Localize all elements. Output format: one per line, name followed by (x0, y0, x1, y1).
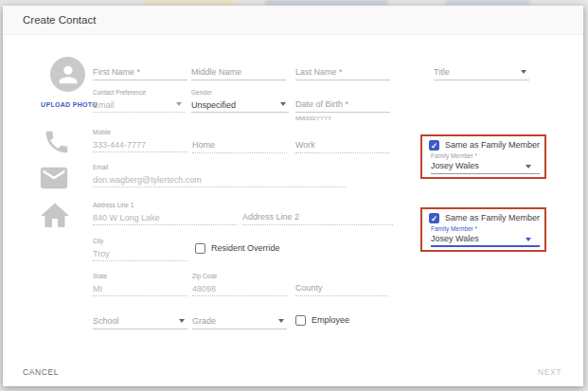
city-input[interactable]: City Troy (93, 237, 187, 261)
date-of-birth-input[interactable]: Date of Birth * (295, 97, 390, 113)
address-line2-input[interactable]: Address Line 2 (242, 209, 393, 225)
screen-background: Create Contact UPLOAD PHOTO First Name *… (0, 0, 588, 391)
last-name-input[interactable]: Last Name * (295, 64, 390, 80)
contact-preference-value: Email (93, 98, 185, 113)
school-select[interactable]: School (93, 313, 187, 329)
dialog-header: Create Contact (3, 6, 583, 35)
resident-override-label: Resident Override (211, 242, 280, 255)
date-format-hint: MM/DD/YYYY (295, 116, 331, 121)
family-member-highlight-box-2: ✓ Same as Family Member Family Member * … (420, 207, 546, 252)
address-line1-input[interactable]: Address Line 1 840 W Long Lake (93, 201, 237, 225)
state-label: State (93, 272, 187, 280)
grade-select[interactable]: Grade (192, 313, 287, 329)
zip-code-label: Zip Code (192, 272, 287, 280)
dialog-title: Create Contact (23, 6, 96, 34)
last-name-placeholder: Last Name * (295, 64, 390, 80)
gender-select[interactable]: Gender Unspecified (191, 88, 289, 113)
state-input[interactable]: State MI (93, 272, 187, 296)
employee-label: Employee (312, 314, 349, 327)
background-page-fragment (445, 0, 530, 5)
school-placeholder: School (93, 313, 187, 329)
resident-override-checkbox[interactable]: ✓ (195, 243, 205, 254)
chevron-down-icon (280, 102, 286, 106)
address-line1-label: Address Line 1 (93, 201, 237, 209)
zip-code-value: 48098 (192, 282, 287, 296)
chevron-down-icon (526, 165, 531, 169)
same-as-family-member-checkbox-1[interactable]: ✓ (429, 140, 439, 151)
create-contact-dialog: Create Contact UPLOAD PHOTO First Name *… (3, 6, 583, 386)
next-button[interactable]: NEXT (538, 367, 561, 377)
family-member-select-2[interactable]: Josey Wales (431, 232, 479, 245)
field-underline (431, 245, 540, 247)
same-as-family-member-checkbox-2[interactable]: ✓ (429, 213, 439, 223)
zip-code-input[interactable]: Zip Code 48098 (192, 272, 287, 296)
home-icon (38, 199, 72, 233)
gender-label: Gender (191, 88, 289, 97)
family-member-select-1[interactable]: Josey Wales (431, 159, 479, 172)
background-page-fragment (142, 0, 237, 5)
middle-name-placeholder: Middle Name (191, 64, 286, 80)
chevron-down-icon (179, 319, 185, 323)
first-name-input[interactable]: First Name * (93, 64, 187, 80)
person-icon (55, 62, 81, 88)
mobile-value: 333-444-7777 (93, 138, 187, 152)
work-phone-input[interactable]: Work (295, 137, 390, 153)
grade-placeholder: Grade (192, 313, 287, 329)
title-select[interactable]: Title (434, 64, 529, 80)
address-line2-placeholder: Address Line 2 (242, 209, 393, 224)
gender-value: Unspecified (191, 98, 289, 113)
date-of-birth-placeholder: Date of Birth * (295, 97, 390, 112)
work-phone-placeholder: Work (295, 137, 390, 152)
chevron-down-icon (526, 238, 531, 241)
check-icon: ✓ (430, 141, 438, 151)
middle-name-input[interactable]: Middle Name (191, 64, 286, 80)
mobile-phone-input[interactable]: Mobile 333-444-7777 (93, 128, 187, 152)
chevron-down-icon (176, 102, 182, 106)
title-placeholder: Title (434, 64, 529, 80)
first-name-placeholder: First Name * (93, 64, 187, 80)
chevron-down-icon (521, 70, 526, 74)
same-as-family-member-label-2: Same as Family Member (445, 212, 540, 224)
email-value: don.wagberg@tylertech.com (93, 173, 346, 187)
check-icon: ✓ (430, 214, 438, 224)
home-phone-input[interactable]: Home (192, 137, 287, 153)
email-icon (38, 162, 70, 194)
state-value: MI (93, 282, 187, 296)
email-label: Email (93, 163, 346, 171)
employee-checkbox[interactable]: ✓ (295, 315, 306, 326)
address-line1-value: 840 W Long Lake (93, 211, 237, 225)
avatar (50, 57, 85, 92)
chevron-down-icon (278, 319, 284, 323)
field-underline (431, 173, 540, 174)
home-phone-placeholder: Home (192, 137, 287, 152)
family-member-field-label-1: Family Member * (431, 152, 477, 159)
contact-preference-select[interactable]: Contact Preference Email (93, 88, 185, 113)
family-member-field-label-2: Family Member * (431, 225, 477, 232)
county-placeholder: County (295, 280, 388, 295)
phone-icon (43, 128, 71, 156)
county-input[interactable]: County (295, 280, 388, 296)
background-page-fragment (265, 0, 388, 5)
city-label: City (93, 237, 187, 245)
email-input[interactable]: Email don.wagberg@tylertech.com (93, 163, 346, 187)
same-as-family-member-label-1: Same as Family Member (445, 139, 540, 151)
contact-preference-label: Contact Preference (93, 88, 185, 97)
cancel-button[interactable]: CANCEL (23, 367, 59, 377)
mobile-label: Mobile (93, 128, 187, 136)
family-member-highlight-box-1: ✓ Same as Family Member Family Member * … (420, 134, 546, 179)
city-value: Troy (93, 247, 187, 261)
